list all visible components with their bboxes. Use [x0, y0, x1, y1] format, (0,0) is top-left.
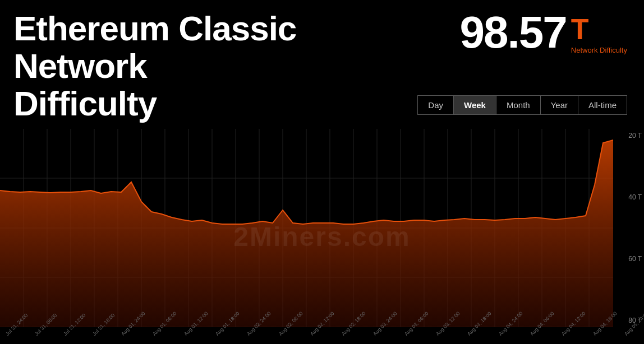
- time-filters: Day Week Month Year All-time: [417, 95, 627, 115]
- chart-container: 2Miners.com: [0, 129, 644, 344]
- y-label-60: 60 T: [616, 255, 642, 263]
- metric-unit: T: [571, 15, 627, 44]
- metric-value: 98.57: [460, 10, 567, 55]
- chart-svg: [0, 129, 613, 327]
- metric-section: 98.57 T Network Difficulty: [460, 10, 627, 55]
- x-axis: Jul 31, 24:00 Jul 31, 06:00 Jul 31, 12:0…: [0, 327, 613, 344]
- filter-alltime[interactable]: All-time: [578, 96, 627, 114]
- filter-day[interactable]: Day: [418, 96, 454, 114]
- metric-label: Network Difficulty: [571, 46, 627, 54]
- y-label-40: 40 T: [616, 193, 642, 201]
- filter-month[interactable]: Month: [496, 96, 541, 114]
- metric-unit-block: T Network Difficulty: [571, 10, 627, 54]
- filter-year[interactable]: Year: [541, 96, 578, 114]
- filter-week[interactable]: Week: [454, 96, 496, 114]
- page-header: Ethereum Classic Network Difficulty: [13, 10, 296, 123]
- y-label-20: 20 T: [616, 132, 642, 140]
- y-axis: 80 T 60 T 40 T 20 T: [616, 129, 644, 327]
- page-title: Ethereum Classic Network Difficulty: [13, 10, 296, 123]
